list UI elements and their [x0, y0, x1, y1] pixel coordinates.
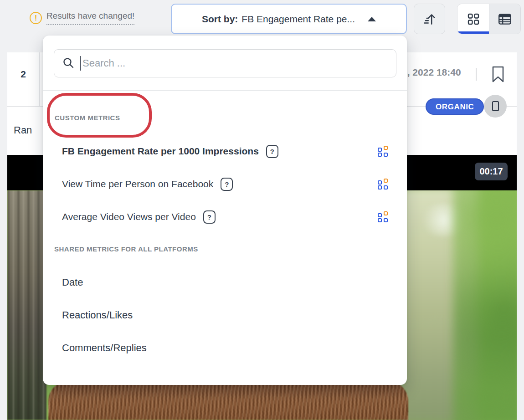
metric-label: FB Engagement Rate per 1000 Impressions: [62, 146, 259, 157]
photo-foliage-right: [453, 190, 517, 420]
metric-option-reactions-likes[interactable]: Reactions/Likes: [62, 307, 389, 323]
divider: [476, 68, 477, 81]
avatar[interactable]: [484, 95, 507, 118]
warning-circle-icon: !: [30, 12, 42, 24]
table-view-button[interactable]: [489, 4, 520, 34]
sort-by-label: Sort by:: [202, 14, 238, 25]
metric-label: Reactions/Likes: [62, 309, 133, 321]
help-icon[interactable]: ?: [203, 210, 216, 224]
bookmark-icon: [491, 65, 505, 83]
results-changed-alert[interactable]: ! Results have changed!: [30, 11, 134, 25]
post-timestamp: 5, 2022 18:40: [402, 67, 461, 78]
results-changed-text: Results have changed!: [46, 11, 134, 25]
metric-option-comments-replies[interactable]: Comments/Replies: [62, 340, 389, 356]
metric-label: Average Video Views per Video: [62, 211, 196, 222]
search-input[interactable]: [82, 57, 388, 69]
sort-by-dropdown-button[interactable]: Sort by: FB Engagement Rate pe...: [171, 4, 407, 34]
divider: [39, 52, 40, 106]
metric-label: View Time per Person on Facebook: [62, 179, 213, 190]
rank-number: 2: [7, 69, 39, 80]
custom-metric-grid-icon: [378, 146, 389, 157]
sort-by-value: FB Engagement Rate pe...: [241, 14, 355, 25]
photo-orangutan-fur: [48, 381, 408, 420]
app-screen: ! Results have changed! Sort by: FB Enga…: [0, 0, 524, 420]
metric-option-date[interactable]: Date: [62, 274, 389, 291]
metric-option-view-time[interactable]: View Time per Person on Facebook ?: [62, 176, 389, 192]
organic-badge: ORGANIC: [426, 98, 484, 115]
section-header-shared-metrics: SHARED METRICS FOR ALL PLATFORMS: [54, 245, 198, 253]
image-placeholder-icon: [492, 101, 499, 111]
grid-view-icon: [466, 12, 481, 26]
active-tab-indicator: [457, 31, 489, 34]
help-icon[interactable]: ?: [221, 178, 233, 191]
bookmark-button[interactable]: [491, 65, 505, 85]
chevron-up-icon: [368, 17, 376, 21]
photo-tree-trunk: [7, 190, 46, 420]
metric-option-average-video-views[interactable]: Average Video Views per Video ?: [62, 209, 389, 225]
metric-label: Comments/Replies: [62, 342, 147, 354]
grid-view-button[interactable]: [457, 4, 489, 34]
search-icon: [62, 57, 75, 70]
post-preview-text: Ran: [14, 124, 32, 136]
help-icon[interactable]: ?: [266, 145, 278, 158]
divider: [43, 90, 407, 91]
sort-direction-button[interactable]: [414, 4, 445, 34]
metric-label: Date: [62, 277, 83, 288]
text-cursor: [80, 56, 81, 71]
metric-option-fb-engagement-rate[interactable]: FB Engagement Rate per 1000 Impressions …: [62, 143, 389, 159]
custom-metric-grid-icon: [378, 211, 389, 222]
sort-metric-dropdown: CUSTOM METRICS FB Engagement Rate per 10…: [43, 36, 407, 385]
custom-metric-grid-icon: [378, 179, 389, 190]
table-view-icon: [497, 11, 513, 27]
view-toggle: [457, 4, 521, 34]
metric-search-box[interactable]: [54, 49, 396, 77]
section-header-custom-metrics: CUSTOM METRICS: [55, 114, 120, 122]
sort-ascending-icon: [422, 11, 437, 27]
video-duration-badge: 00:17: [475, 163, 508, 180]
